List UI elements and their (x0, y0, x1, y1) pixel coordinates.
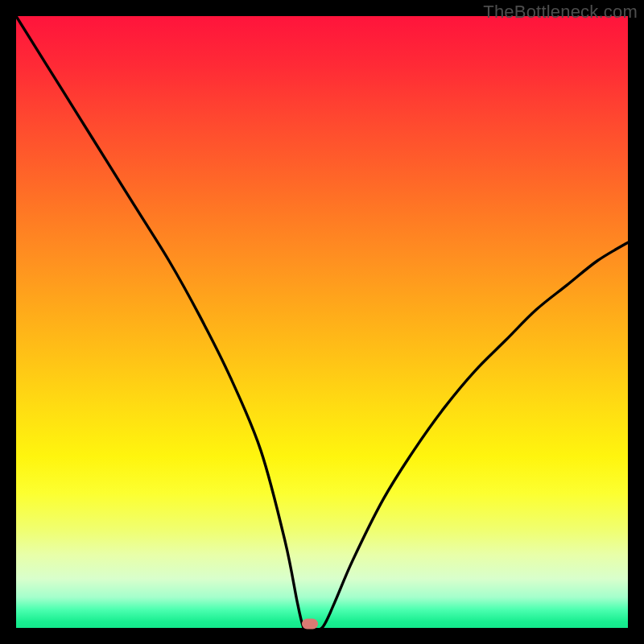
bottleneck-marker (302, 619, 318, 630)
watermark-text: TheBottleneck.com (483, 2, 638, 23)
plot-area (16, 16, 628, 628)
curve-path (16, 16, 628, 628)
chart-container: TheBottleneck.com (0, 0, 644, 644)
bottleneck-curve (16, 16, 628, 628)
